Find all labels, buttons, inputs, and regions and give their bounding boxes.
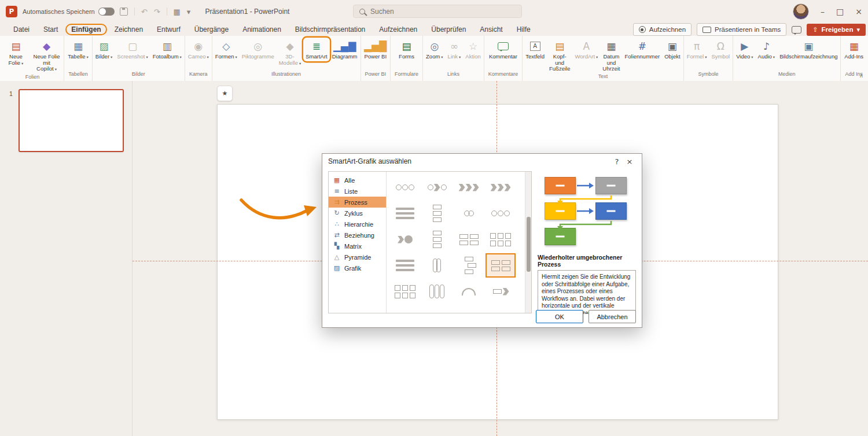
ribbon-button-audio[interactable]: ♪Audio▾ — [756, 38, 778, 62]
dialog-close-icon[interactable]: × — [623, 157, 636, 166]
smartart-layout-thumbnail[interactable] — [454, 279, 484, 304]
designer-button[interactable]: ★ — [217, 86, 233, 101]
ribbon-button-symbol[interactable]: ΩSymbol — [709, 38, 732, 61]
gallery-scrollbar[interactable] — [525, 172, 531, 313]
smartart-layout-thumbnail[interactable] — [390, 227, 420, 252]
smartart-layout-thumbnail[interactable] — [486, 175, 516, 199]
ribbon-button-zoom[interactable]: ◎Zoom▾ — [424, 38, 446, 62]
customize-qat-icon[interactable]: ▦ — [174, 8, 181, 16]
ribbon-button-fotoalbum[interactable]: ▥Fotoalbum▾ — [150, 38, 184, 62]
category-hierarchie[interactable]: ∴Hierarchie — [329, 219, 386, 230]
ribbon-button-bilder[interactable]: ▨Bilder▾ — [93, 38, 115, 62]
ribbon-button-datum-und-uhrzeit[interactable]: ▦Datum und Uhrzeit — [600, 38, 622, 73]
category-matrix[interactable]: ▚Matrix — [329, 241, 386, 252]
ribbon-button-foliennummer[interactable]: #Foliennummer — [622, 38, 662, 61]
tab-aufzeichnen[interactable]: Aufzeichnen — [373, 23, 424, 36]
smartart-layout-thumbnail[interactable] — [454, 227, 484, 252]
user-avatar[interactable] — [793, 3, 809, 20]
qat-more-icon[interactable]: ▾ — [187, 8, 191, 16]
ribbon-button-neue-folie-mit-copilot[interactable]: ◆Neue Folie mit Copilot▾ — [30, 38, 63, 74]
ribbon-button-wordart[interactable]: AWordArt▾ — [572, 38, 600, 62]
category-liste[interactable]: ≡Liste — [329, 186, 386, 197]
category-pyramide[interactable]: △Pyramide — [329, 252, 386, 263]
ribbon-button-forms[interactable]: ▤Forms — [396, 38, 417, 61]
ribbon-button-tabelle[interactable]: ▦Tabelle▾ — [65, 38, 90, 62]
smartart-layout-thumbnail[interactable] — [454, 253, 484, 278]
search-box[interactable]: Suchen — [353, 5, 522, 18]
slide-1-thumbnail[interactable] — [19, 89, 124, 152]
smartart-layout-thumbnail[interactable] — [422, 227, 452, 252]
smartart-layout-thumbnail[interactable] — [486, 201, 516, 226]
tab-animationen[interactable]: Animationen — [236, 23, 288, 36]
comments-icon[interactable] — [792, 26, 801, 34]
ribbon-button-video[interactable]: ▶Video▾ — [734, 38, 755, 62]
tab-zeichnen[interactable]: Zeichnen — [108, 23, 149, 36]
ribbon-button-kommentar[interactable]: Kommentar — [487, 38, 520, 61]
present-in-teams-button[interactable]: Präsentieren in Teams — [697, 23, 786, 36]
category-zyklus[interactable]: ↻Zyklus — [329, 208, 386, 219]
collapse-ribbon-icon[interactable]: ∧ — [859, 72, 863, 79]
powerpoint-logo-icon[interactable]: P — [6, 6, 17, 17]
category-grafik[interactable]: ▨Grafik — [329, 263, 386, 274]
smartart-layout-thumbnail[interactable] — [422, 201, 452, 226]
tab-ansicht[interactable]: Ansicht — [473, 23, 509, 36]
ribbon-button-neue-folie[interactable]: ▤Neue Folie▾ — [2, 38, 30, 68]
ok-button[interactable]: OK — [536, 310, 583, 323]
ribbon-button-add-ins[interactable]: ▦Add-Ins — [842, 38, 866, 61]
tab-bildschirmpr-sentation[interactable]: Bildschirmpräsentation — [289, 23, 372, 36]
smartart-layout-thumbnail[interactable] — [390, 175, 420, 199]
ribbon-button-link[interactable]: ∞Link▾ — [446, 38, 464, 62]
smartart-layout-thumbnail[interactable] — [422, 253, 452, 278]
ribbon-button-formel[interactable]: πFormel▾ — [685, 38, 709, 62]
ribbon-button-bildschirmaufzeichnung[interactable]: ▣Bildschirmaufzeichnung — [777, 38, 840, 61]
ribbon-button-aktion[interactable]: ☆Aktion — [463, 38, 483, 61]
tab-berg-nge[interactable]: Übergänge — [188, 23, 235, 36]
cancel-button[interactable]: Abbrechen — [589, 310, 636, 323]
save-icon[interactable] — [120, 8, 128, 16]
smartart-layout-thumbnail[interactable] — [486, 253, 516, 278]
category-alle[interactable]: ▦Alle — [329, 175, 386, 186]
tab-berpr-fen[interactable]: Überprüfen — [425, 23, 472, 36]
ribbon-button-smartart[interactable]: ≣SmartArt — [303, 38, 329, 61]
dialog-title-bar[interactable]: SmartArt-Grafik auswählen ? × — [322, 154, 642, 169]
ribbon-button-formen[interactable]: ◇Formen▾ — [213, 38, 240, 62]
ribbon-button-kopf-und-fu-zeile[interactable]: ▤Kopf- und Fußzeile — [547, 38, 572, 73]
tab-einf-gen[interactable]: Einfügen — [65, 24, 106, 35]
smartart-layout-thumbnail[interactable] — [390, 305, 420, 313]
category-beziehung[interactable]: ⇄Beziehung — [329, 230, 386, 241]
smartart-layout-thumbnail[interactable] — [422, 279, 452, 304]
smartart-layout-thumbnail[interactable] — [390, 201, 420, 226]
smartart-layout-thumbnail[interactable] — [486, 279, 516, 304]
tab-entwurf[interactable]: Entwurf — [150, 23, 187, 36]
ribbon-button-cameo[interactable]: ◉Cameo▾ — [186, 38, 211, 62]
ribbon-button-screenshot[interactable]: ▢Screenshot▾ — [115, 38, 150, 62]
smartart-layout-thumbnail[interactable] — [486, 227, 516, 252]
ribbon-button-objekt[interactable]: ▣Objekt — [662, 38, 682, 61]
share-button[interactable]: ⇧ Freigeben ▾ — [807, 24, 866, 36]
smartart-layout-thumbnail[interactable] — [454, 305, 484, 313]
smartart-layout-thumbnail[interactable] — [422, 175, 452, 199]
smartart-layout-thumbnail[interactable] — [390, 253, 420, 278]
dialog-help-icon[interactable]: ? — [610, 157, 623, 166]
smartart-layout-thumbnail[interactable] — [486, 305, 516, 313]
smartart-layout-thumbnail[interactable] — [454, 201, 484, 226]
close-button[interactable]: × — [855, 8, 862, 16]
minimize-button[interactable]: – — [821, 8, 825, 16]
ribbon-button-3d-modelle[interactable]: ◆3D-Modelle▾ — [277, 38, 304, 68]
ribbon-button-diagramm[interactable]: ▁▄▇Diagramm — [330, 38, 360, 61]
record-button[interactable]: Aufzeichnen — [633, 23, 692, 36]
smartart-layout-thumbnail[interactable] — [454, 175, 484, 199]
smartart-layout-thumbnail[interactable] — [390, 279, 420, 304]
tab-start[interactable]: Start — [37, 23, 64, 36]
ribbon-button-piktogramme[interactable]: ◎Piktogramme — [240, 38, 277, 61]
tab-datei[interactable]: Datei — [7, 23, 36, 36]
category-prozess[interactable]: ⇉Prozess — [329, 197, 386, 208]
ribbon-button-textfeld[interactable]: ATextfeld — [523, 38, 547, 61]
smartart-layout-thumbnail[interactable] — [422, 305, 452, 313]
gallery-scrollbar-thumb[interactable] — [527, 217, 531, 272]
undo-icon[interactable]: ↶ — [141, 8, 148, 16]
tab-hilfe[interactable]: Hilfe — [510, 23, 537, 36]
autosave-toggle[interactable] — [98, 8, 115, 16]
ribbon-button-power-bi[interactable]: ▂▅█Power BI — [362, 38, 389, 61]
redo-icon[interactable]: ↷ — [154, 8, 160, 16]
